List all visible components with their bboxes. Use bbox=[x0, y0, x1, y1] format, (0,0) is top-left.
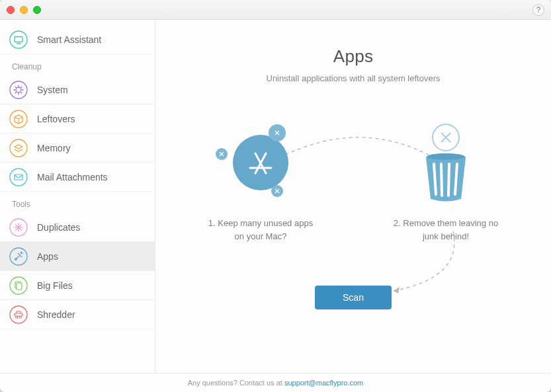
svg-line-10 bbox=[21, 92, 22, 93]
svg-line-38 bbox=[441, 164, 442, 196]
close-window-button[interactable] bbox=[7, 6, 15, 14]
section-label-cleanup: Cleanup bbox=[0, 54, 155, 75]
x-badge-icon bbox=[216, 148, 228, 160]
sidebar-item-system[interactable]: System bbox=[0, 75, 155, 104]
x-badge-icon bbox=[269, 124, 286, 141]
svg-line-12 bbox=[15, 92, 17, 93]
snowflake-icon bbox=[9, 218, 28, 237]
help-button[interactable]: ? bbox=[532, 4, 544, 16]
support-email-link[interactable]: support@macflypro.com bbox=[284, 379, 363, 387]
sidebar-item-label: Mail Attachments bbox=[37, 172, 108, 182]
svg-point-14 bbox=[10, 139, 27, 157]
section-label-tools: Tools bbox=[0, 192, 155, 213]
appstore-icon bbox=[233, 135, 288, 190]
svg-point-4 bbox=[16, 87, 21, 93]
sidebar-item-smart-assistant[interactable]: Smart Assistant bbox=[0, 25, 155, 54]
svg-point-15 bbox=[10, 169, 27, 186]
shredder-icon bbox=[9, 305, 28, 324]
app-window: ? Smart Assistant Cleanup System bbox=[0, 0, 551, 392]
sidebar-item-leftovers[interactable]: Leftovers bbox=[0, 104, 155, 134]
svg-line-39 bbox=[448, 164, 449, 196]
sidebar-item-mail-attachments[interactable]: Mail Attachments bbox=[0, 163, 155, 192]
sidebar-item-label: Leftovers bbox=[37, 114, 75, 124]
svg-rect-1 bbox=[15, 36, 22, 42]
trash-illustration bbox=[406, 123, 486, 202]
footer: Any questions? Contact us at support@mac… bbox=[0, 373, 551, 392]
sidebar-item-memory[interactable]: Memory bbox=[0, 134, 155, 163]
gear-icon bbox=[9, 81, 28, 99]
svg-rect-16 bbox=[15, 175, 22, 180]
titlebar: ? bbox=[0, 0, 551, 20]
page-title: Apps bbox=[333, 46, 373, 67]
svg-point-42 bbox=[427, 153, 464, 160]
svg-point-27 bbox=[10, 306, 27, 323]
sidebar-item-label: Memory bbox=[37, 143, 71, 153]
step1-caption: 1. Keep many unused apps on your Mac? bbox=[208, 217, 314, 243]
step1-column: 1. Keep many unused apps on your Mac? bbox=[208, 123, 314, 243]
scan-button[interactable]: Scan bbox=[315, 286, 392, 309]
svg-line-11 bbox=[21, 86, 22, 87]
apps-illustration bbox=[221, 123, 300, 202]
sidebar-item-duplicates[interactable]: Duplicates bbox=[0, 213, 155, 242]
page-subtitle: Uninstall applications with all system l… bbox=[267, 73, 441, 83]
svg-point-0 bbox=[10, 31, 27, 48]
envelope-icon bbox=[9, 168, 28, 186]
sidebar-item-label: Shredder bbox=[37, 309, 75, 320]
sidebar-item-label: System bbox=[37, 85, 68, 95]
sidebar-item-big-files[interactable]: Big Files bbox=[0, 271, 155, 300]
sidebar-item-label: Big Files bbox=[37, 280, 73, 291]
sidebar-item-label: Apps bbox=[37, 251, 58, 262]
svg-point-3 bbox=[10, 81, 27, 98]
maximize-window-button[interactable] bbox=[33, 6, 41, 14]
sidebar-item-apps[interactable]: Apps bbox=[0, 242, 155, 271]
step2-column: 2. Remove them leaving no junk behind! bbox=[393, 123, 499, 243]
svg-rect-28 bbox=[15, 313, 22, 316]
layers-icon bbox=[9, 139, 28, 157]
tools-icon bbox=[9, 247, 28, 266]
box-icon bbox=[9, 110, 28, 128]
trash-icon bbox=[409, 123, 482, 202]
sidebar-item-label: Duplicates bbox=[37, 222, 80, 233]
footer-text: Any questions? Contact us at bbox=[188, 379, 284, 387]
x-badge-icon bbox=[271, 185, 283, 197]
minimize-window-button[interactable] bbox=[20, 6, 28, 14]
traffic-lights bbox=[7, 6, 41, 14]
main-content: Apps Uninstall applications with all sys… bbox=[155, 20, 551, 373]
svg-line-9 bbox=[15, 86, 17, 87]
sidebar: Smart Assistant Cleanup System Leftovers bbox=[0, 20, 155, 373]
svg-rect-26 bbox=[17, 283, 22, 290]
files-icon bbox=[9, 276, 28, 295]
sidebar-item-label: Smart Assistant bbox=[37, 34, 101, 45]
sidebar-item-shredder[interactable]: Shredder bbox=[0, 300, 155, 329]
monitor-icon bbox=[9, 30, 28, 49]
step2-caption: 2. Remove them leaving no junk behind! bbox=[393, 217, 499, 243]
